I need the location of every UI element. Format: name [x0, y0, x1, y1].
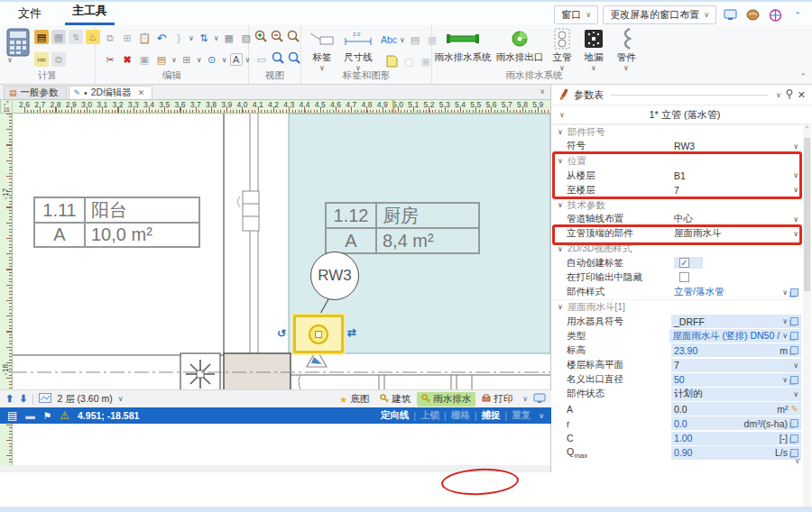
- ribbon-collapse-icon[interactable]: ⌃: [799, 72, 807, 81]
- selected-roof-drain[interactable]: [293, 315, 344, 353]
- param-section-header[interactable]: ∨屋面雨水斗[1]: [553, 299, 802, 314]
- param-row[interactable]: 标高23.90m: [553, 343, 802, 358]
- calc-sheet-icon[interactable]: ▤: [34, 30, 49, 44]
- rain-button-2[interactable]: 立管∨: [548, 27, 577, 72]
- param-value-cell[interactable]: 1.00[-]: [671, 432, 801, 445]
- zoom-all-icon[interactable]: [287, 30, 300, 47]
- link-reference-icon[interactable]: [790, 419, 798, 427]
- pen-icon[interactable]: ▬: [25, 410, 35, 421]
- param-value-cell[interactable]: 立管/落水管∨: [671, 286, 801, 299]
- chevron-down-icon[interactable]: ∨: [118, 395, 124, 403]
- chevron-down-icon[interactable]: ∨: [793, 171, 798, 179]
- link-reference-icon[interactable]: [790, 332, 798, 340]
- cut-icon[interactable]: ✂: [103, 52, 117, 67]
- align-icon[interactable]: ⊞: [180, 52, 194, 67]
- param-row[interactable]: Qmax0.90L/s: [553, 445, 802, 460]
- riser-tag-bubble[interactable]: RW3: [310, 251, 359, 300]
- screen-icon[interactable]: [533, 393, 546, 406]
- table-icon[interactable]: ▦: [222, 31, 236, 45]
- layer-tab-2[interactable]: 雨水排水: [417, 392, 475, 407]
- zoom-window-icon[interactable]: [272, 51, 285, 69]
- chevron-up-icon[interactable]: ⌃: [789, 7, 807, 23]
- param-row[interactable]: 部件样式立管/落水管∨: [553, 285, 802, 299]
- pin-icon[interactable]: [786, 89, 793, 101]
- link-reference-icon[interactable]: [790, 288, 798, 297]
- param-value-cell[interactable]: B1∨: [671, 169, 801, 182]
- copy-special-icon[interactable]: ⊞: [120, 31, 134, 45]
- chevron-down-icon[interactable]: ∨: [793, 390, 798, 398]
- rain-button-4[interactable]: 管件∨: [611, 27, 641, 72]
- checkbox[interactable]: [679, 272, 689, 282]
- param-row[interactable]: 自动创建标签✓: [553, 256, 802, 270]
- chevron-down-icon[interactable]: ∨: [793, 361, 798, 370]
- zoom-previous-icon[interactable]: [288, 51, 301, 69]
- chevron-down-icon[interactable]: ∨: [540, 87, 545, 96]
- param-value-cell[interactable]: 屋面雨水斗∨: [671, 227, 801, 241]
- param-section-header[interactable]: ∨2D/3D视图样式: [553, 242, 802, 256]
- status-toggle-0[interactable]: 定向线: [381, 409, 410, 422]
- param-value-cell[interactable]: 7∨: [671, 359, 801, 372]
- param-value-cell[interactable]: 23.90m: [671, 343, 801, 357]
- param-row[interactable]: 管道轴线布置中心∨: [553, 212, 802, 226]
- chevron-down-icon[interactable]: ∨: [793, 186, 798, 194]
- chevron-down-icon[interactable]: ∨: [793, 215, 798, 224]
- undo-icon[interactable]: ↶: [154, 31, 169, 45]
- change-window-layout-button[interactable]: 更改屏幕的窗口布置∨: [603, 5, 716, 24]
- sheet-icon[interactable]: ▤: [7, 409, 17, 422]
- chevron-down-icon[interactable]: ∨: [794, 456, 800, 465]
- chevron-down-icon[interactable]: ∨: [189, 34, 194, 42]
- chevron-down-icon[interactable]: ∨: [782, 317, 788, 325]
- layer-tab-0[interactable]: ★底图: [335, 392, 374, 407]
- param-section-header[interactable]: ∨技术参数: [553, 197, 802, 212]
- rules-icon[interactable]: ≔: [34, 52, 49, 67]
- delete-icon[interactable]: ✖: [120, 52, 134, 67]
- param-value-cell[interactable]: 屋面雨水斗 (竖排) DN50 /∨: [669, 329, 801, 343]
- scrollbar-thumb[interactable]: [804, 138, 810, 291]
- param-row[interactable]: 立管顶端的部件屋面雨水斗∨: [553, 226, 802, 241]
- level-selector[interactable]: 2 层 (3.60 m): [57, 393, 112, 406]
- param-value-cell[interactable]: 中心∨: [671, 213, 801, 226]
- copy-icon[interactable]: ⧉: [103, 31, 117, 45]
- calc-sync-icon[interactable]: ↯: [69, 30, 83, 44]
- chevron-down-icon[interactable]: ∨: [793, 142, 798, 151]
- param-value-cell[interactable]: 7∨: [671, 183, 801, 197]
- param-row[interactable]: 符号RW3∨: [553, 139, 802, 153]
- tag-button[interactable]: 标签 ∨: [307, 27, 337, 72]
- param-row[interactable]: 从楼层B1∨: [553, 169, 802, 183]
- tab-file[interactable]: 文件: [11, 2, 49, 25]
- chevron-down-icon[interactable]: ∨: [171, 56, 177, 64]
- chevron-down-icon[interactable]: ∨: [214, 34, 219, 42]
- copy-grip-icon[interactable]: ⇄: [347, 326, 356, 339]
- chevron-down-icon[interactable]: ∨: [776, 91, 781, 99]
- param-row[interactable]: 类型屋面雨水斗 (竖排) DN50 /∨: [553, 329, 802, 343]
- param-value-cell[interactable]: 0.0dm³/(s-ha): [671, 416, 801, 430]
- chevron-down-icon[interactable]: ∨: [7, 56, 13, 64]
- chevron-down-icon[interactable]: ∨: [793, 230, 798, 238]
- layer-tab-1[interactable]: 建筑: [375, 392, 415, 407]
- checkbox[interactable]: ✓: [679, 258, 689, 268]
- chevron-down-icon[interactable]: ∨: [197, 56, 202, 64]
- param-row[interactable]: 在打印输出中隐藏: [553, 270, 802, 285]
- text-style-icon[interactable]: A: [230, 53, 243, 66]
- level-down-icon[interactable]: ⬇: [19, 393, 27, 405]
- param-row[interactable]: A0.0m²✎: [553, 402, 802, 416]
- status-toggle-1[interactable]: 上锁: [420, 409, 439, 422]
- list-icon[interactable]: ▤: [408, 32, 422, 47]
- paste-icon[interactable]: 📋: [137, 31, 152, 45]
- param-value-cell[interactable]: 50∨: [671, 373, 801, 387]
- target-icon[interactable]: ⊙: [205, 52, 219, 67]
- match-icon[interactable]: ▣: [137, 52, 152, 67]
- param-section-header[interactable]: ∨位置: [553, 153, 802, 168]
- layers-icon[interactable]: ⧉: [51, 52, 66, 67]
- param-row[interactable]: r0.0dm³/(s-ha): [553, 416, 802, 431]
- layer-tab-3[interactable]: 打印: [477, 392, 517, 407]
- abc-text-button[interactable]: Abc: [381, 34, 397, 45]
- param-value-cell[interactable]: RW3∨: [671, 140, 801, 153]
- param-value-cell[interactable]: _DRFF∨: [671, 315, 801, 328]
- close-icon[interactable]: ✕: [138, 88, 145, 97]
- chevron-down-icon[interactable]: ∨: [782, 332, 788, 340]
- help-icon[interactable]: [766, 7, 784, 23]
- panel-scrollbar[interactable]: ⌃: [803, 124, 811, 512]
- param-row[interactable]: 名义出口直径50∨: [553, 372, 802, 387]
- monitor-icon[interactable]: [721, 7, 739, 23]
